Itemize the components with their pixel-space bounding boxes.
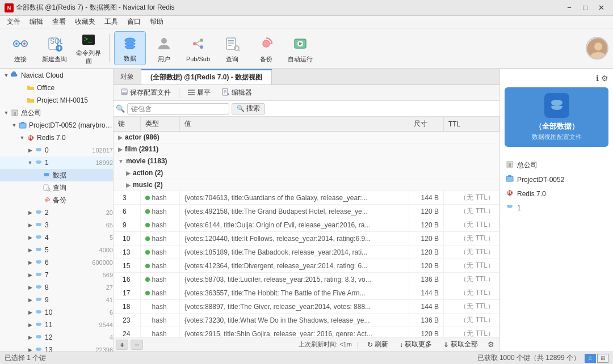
menu-favorites[interactable]: 收藏夹 xyxy=(70,16,100,28)
rp-db[interactable]: 1 xyxy=(505,201,608,215)
sidebar-item-projectdt[interactable]: ▼ ProjectDT-0052 (marybrown@g xyxy=(0,119,113,132)
sidebar-item-project-mh[interactable]: Project MH-0015 xyxy=(0,94,113,107)
menu-window[interactable]: 窗口 xyxy=(123,16,145,28)
table-row-film[interactable]: ▶film (2911) xyxy=(114,143,499,155)
fetch-all-button[interactable]: ⇓ 获取全部 xyxy=(439,338,482,350)
table-row[interactable]: 23 hash {votes:73230, title:What We Do i… xyxy=(114,314,499,327)
status-dot xyxy=(145,291,150,295)
editor-button[interactable]: 编辑器 xyxy=(217,87,257,99)
view-list-button[interactable]: ≡ xyxy=(585,354,596,363)
close-button[interactable]: ✕ xyxy=(594,2,608,14)
cell-type: hash xyxy=(141,191,180,205)
rp-company[interactable]: 总公司 xyxy=(505,158,608,172)
toolbar-connect[interactable]: 连接 xyxy=(5,31,36,65)
tab-object[interactable]: 对象 xyxy=(114,70,141,84)
sidebar-item-company[interactable]: ▼ 总公司 xyxy=(0,107,113,119)
table-row[interactable]: 17 hash {votes:363557, title:The Hobbit:… xyxy=(114,286,499,300)
sidebar-item-db12[interactable]: ▶ 12 4 xyxy=(0,331,113,344)
sidebar-item-db6[interactable]: ▶ 6 600000 xyxy=(0,256,113,269)
sidebar-item-db2[interactable]: ▶ 2 20 xyxy=(0,206,113,219)
toolbar-pubsub[interactable]: Pub/Sub xyxy=(182,31,214,65)
sidebar-item-redis70[interactable]: ▼ R Redis 7.0 xyxy=(0,132,113,144)
table-row[interactable]: 24 hash {votes:2915, title:Shin Gojira, … xyxy=(114,327,499,337)
toolbar-query[interactable]: 查询 xyxy=(216,31,248,65)
menu-tools[interactable]: 工具 xyxy=(100,16,123,28)
toolbar-autorun[interactable]: 自动运行 xyxy=(284,31,316,65)
menu-view[interactable]: 查看 xyxy=(48,16,70,28)
menu-help[interactable]: 帮助 xyxy=(145,16,168,28)
menu-file[interactable]: 文件 xyxy=(2,16,25,28)
sidebar-item-db1[interactable]: ▼ 1 18992 xyxy=(0,156,113,169)
table-row-action[interactable]: ▶action (2) xyxy=(114,167,499,179)
db12-count: 4 xyxy=(110,334,113,341)
toolbar-backup[interactable]: 备份 xyxy=(250,31,282,65)
rp-redis[interactable]: R Redis 7.0 xyxy=(505,187,608,201)
maximize-button[interactable]: □ xyxy=(578,2,593,14)
fetch-all-label: 获取全部 xyxy=(451,340,478,349)
sidebar-item-query-db[interactable]: 查询 xyxy=(0,181,113,194)
sidebar-item-db4[interactable]: ▶ 4 5 xyxy=(0,231,113,244)
table-row-music[interactable]: ▶music (2) xyxy=(114,179,499,191)
sidebar-item-db10[interactable]: ▶ 10 6 xyxy=(0,306,113,319)
project-icon xyxy=(18,121,27,130)
table-row-actor[interactable]: ▶actor (986) xyxy=(114,132,499,143)
tab-data-view[interactable]: (全部数据) @1(Redis 7.0) - 数据视图 xyxy=(141,69,272,84)
sidebar-item-db9[interactable]: ▶ 9 41 xyxy=(0,294,113,306)
sidebar-item-db0[interactable]: ▶ 0 102817 xyxy=(0,144,113,156)
folder-icon xyxy=(26,96,35,105)
add-row-button[interactable]: + xyxy=(116,340,128,350)
sidebar-item-db8[interactable]: ▶ 8 27 xyxy=(0,281,113,294)
sidebar-item-data[interactable]: 数据 xyxy=(0,169,113,181)
pubsub-label: Pub/Sub xyxy=(186,56,210,63)
db6-count: 600000 xyxy=(92,259,113,266)
rp-project[interactable]: ProjectDT-0052 xyxy=(505,172,608,187)
cell-value: {votes:120440, title:It Follows, release… xyxy=(179,232,409,246)
settings-button[interactable]: ⚙ xyxy=(601,74,608,83)
minimize-button[interactable]: − xyxy=(562,2,577,14)
banner-db-icon xyxy=(544,93,569,118)
sidebar-item-db11[interactable]: ▶ 11 9544 xyxy=(0,319,113,331)
remove-row-button[interactable]: − xyxy=(131,340,143,350)
search-button[interactable]: 🔍 搜索 xyxy=(232,103,265,115)
table-row[interactable]: 9 hash {votes:6144, title:Ouija: Origin … xyxy=(114,218,499,232)
cell-type: hash xyxy=(141,218,180,232)
db-icon xyxy=(34,208,43,217)
save-config-button[interactable]: 保存配置文件 xyxy=(116,87,175,99)
view-grid-button[interactable]: ⊞ xyxy=(597,354,608,363)
table-row[interactable]: 18 hash {votes:88897, title:The Giver, r… xyxy=(114,300,499,314)
svg-rect-69 xyxy=(188,90,195,91)
table-settings-button[interactable]: ⚙ xyxy=(485,340,497,350)
table-row[interactable]: 15 hash {votes:412364, title:Divergent, … xyxy=(114,259,499,273)
toolbar-data[interactable]: 数据 xyxy=(114,31,146,65)
table-row-movie[interactable]: ▼movie (1183) xyxy=(114,155,499,167)
fetch-more-button[interactable]: ↓ 获取更多 xyxy=(395,338,436,350)
user-avatar[interactable] xyxy=(586,37,608,60)
sidebar-item-db7[interactable]: ▶ 7 569 xyxy=(0,269,113,281)
layout-button[interactable]: 展平 xyxy=(183,87,215,99)
info-button[interactable]: ℹ xyxy=(596,74,599,83)
sidebar-item-db3[interactable]: ▶ 3 65 xyxy=(0,219,113,231)
sidebar-item-backup-db[interactable]: 备份 xyxy=(0,194,113,206)
folder-icon xyxy=(26,83,35,92)
table-row[interactable]: 16 hash {votes:58703, title:Lucifer, rel… xyxy=(114,273,499,286)
sidebar-item-navicat-cloud[interactable]: ▼ Navicat Cloud xyxy=(0,69,113,82)
sidebar-item-db13[interactable]: ▶ 13 22396 xyxy=(0,344,113,352)
right-panel-sections: 总公司 ProjectDT-0052 R Redis 7.0 1 xyxy=(505,158,608,215)
table-row[interactable]: 6 hash {votes:492158, title:The Grand Bu… xyxy=(114,205,499,218)
query-db-label: 查询 xyxy=(53,183,113,193)
table-row[interactable]: 3 hash {votes:704613, title:Guardians of… xyxy=(114,191,499,205)
sidebar-item-office[interactable]: Office xyxy=(0,82,113,94)
toolbar-new-query[interactable]: SQL + 新建查询 xyxy=(39,31,70,65)
toolbar-user[interactable]: 用户 xyxy=(148,31,180,65)
toolbar-terminal[interactable]: >_ 命令列界面 xyxy=(73,31,104,65)
editor-icon xyxy=(222,88,230,98)
search-input[interactable] xyxy=(127,103,229,115)
cell-size: 144 B xyxy=(409,191,443,205)
refresh-button[interactable]: ↻ 刷新 xyxy=(363,338,393,350)
group-film: ▶film (2911) xyxy=(114,143,499,155)
sidebar-item-db5[interactable]: ▶ 5 4000 xyxy=(0,244,113,256)
menu-edit[interactable]: 编辑 xyxy=(25,16,48,28)
connect-label: 连接 xyxy=(14,56,27,63)
table-row[interactable]: 10 hash {votes:120440, title:It Follows,… xyxy=(114,232,499,246)
table-row[interactable]: 13 hash {votes:185189, title:The Babadoo… xyxy=(114,246,499,259)
